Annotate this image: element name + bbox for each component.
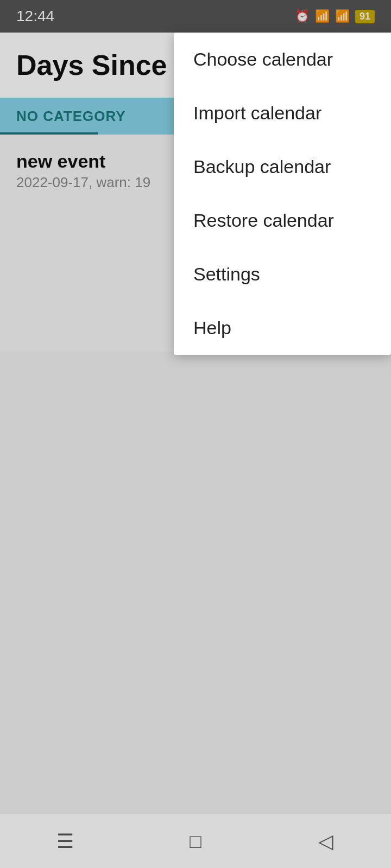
menu-item-import-calendar[interactable]: Import calendar xyxy=(174,86,391,140)
menu-item-choose-calendar[interactable]: Choose calendar xyxy=(174,33,391,86)
menu-item-backup-calendar[interactable]: Backup calendar xyxy=(174,140,391,194)
menu-item-settings[interactable]: Settings xyxy=(174,247,391,301)
menu-item-restore-calendar[interactable]: Restore calendar xyxy=(174,194,391,247)
menu-item-help[interactable]: Help xyxy=(174,301,391,355)
dropdown-menu: Choose calendar Import calendar Backup c… xyxy=(174,33,391,355)
